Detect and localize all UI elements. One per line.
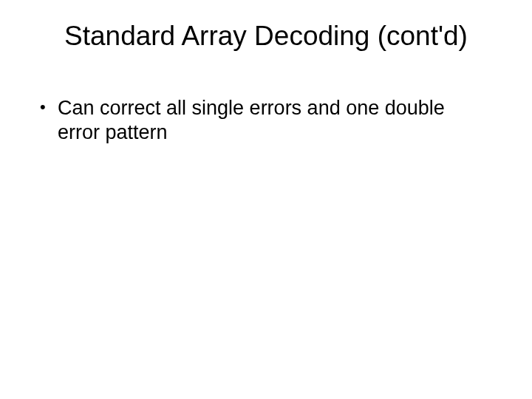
bullet-marker-icon: • bbox=[40, 96, 58, 117]
slide-body: • Can correct all single errors and one … bbox=[40, 96, 492, 145]
bullet-text: Can correct all single errors and one do… bbox=[58, 96, 492, 145]
slide-title: Standard Array Decoding (cont'd) bbox=[0, 21, 532, 52]
bullet-item: • Can correct all single errors and one … bbox=[40, 96, 492, 145]
slide: Standard Array Decoding (cont'd) • Can c… bbox=[0, 0, 532, 399]
